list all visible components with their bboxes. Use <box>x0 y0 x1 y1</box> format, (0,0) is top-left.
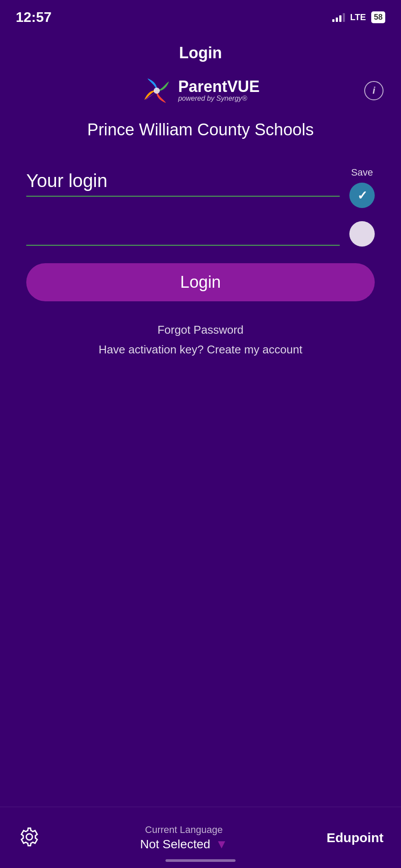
svg-point-0 <box>154 88 160 94</box>
password-input[interactable] <box>26 219 340 246</box>
forgot-password-link[interactable]: Forgot Password <box>158 323 244 337</box>
activation-key-link[interactable]: Have activation key? Create my account <box>98 343 302 356</box>
language-selector[interactable]: Current Language Not Selected ▼ <box>140 824 228 851</box>
school-name: Prince William County Schools <box>70 119 331 141</box>
status-bar: 12:57 LTE 58 <box>0 0 401 31</box>
language-value: Not Selected <box>140 837 210 851</box>
logo-row: ParentVUE powered by Synergy® i <box>0 75 401 106</box>
edupoint-label: Edupoint <box>327 830 383 845</box>
dropdown-arrow-icon: ▼ <box>215 837 228 851</box>
checkmark-icon: ✓ <box>357 188 367 203</box>
lte-label: LTE <box>350 12 366 22</box>
page-title: Login <box>179 44 222 62</box>
info-button[interactable]: i <box>364 81 383 100</box>
language-selector-row: Not Selected ▼ <box>140 837 228 851</box>
app-powered-by: powered by Synergy® <box>178 95 247 102</box>
password-visibility-toggle[interactable] <box>349 221 375 247</box>
login-button[interactable]: Login <box>26 263 375 301</box>
login-input[interactable] <box>26 167 340 197</box>
battery-level: 58 <box>374 13 383 22</box>
info-icon: i <box>373 85 375 96</box>
links-area: Forgot Password Have activation key? Cre… <box>98 323 302 356</box>
settings-button[interactable] <box>18 825 41 850</box>
edupoint-logo: Edupoint <box>327 830 383 845</box>
login-input-group <box>26 167 375 219</box>
battery-indicator: 58 <box>371 11 385 23</box>
password-input-group <box>26 219 375 263</box>
status-icons: LTE 58 <box>332 11 385 23</box>
current-language-label: Current Language <box>145 824 222 836</box>
signal-bars-icon <box>332 12 345 22</box>
bottom-bar: Current Language Not Selected ▼ Edupoint <box>0 807 401 868</box>
save-label: Save <box>351 167 373 178</box>
app-logo: ParentVUE powered by Synergy® <box>141 75 260 106</box>
logo-text-group: ParentVUE powered by Synergy® <box>178 79 260 102</box>
app-name: ParentVUE <box>178 79 260 95</box>
synergy-logo-icon <box>141 75 172 106</box>
gear-icon <box>18 825 41 849</box>
main-content: Login ParentVUE powered by Synergy® <box>0 31 401 374</box>
save-area: Save ✓ <box>349 167 375 247</box>
save-toggle[interactable]: ✓ <box>349 183 375 208</box>
status-time: 12:57 <box>16 9 52 25</box>
form-area: Save ✓ Login <box>0 167 401 323</box>
home-indicator <box>165 859 236 862</box>
